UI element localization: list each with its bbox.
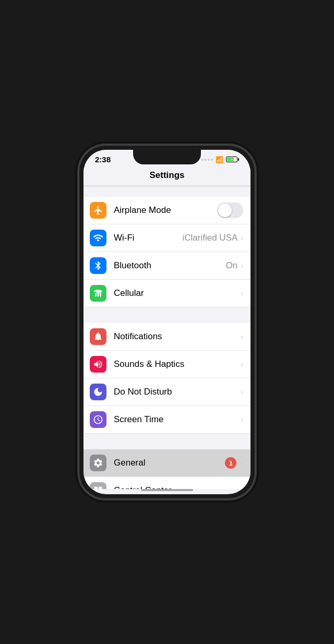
- svg-rect-7: [99, 487, 102, 490]
- dnd-icon: [90, 384, 106, 400]
- settings-list[interactable]: Airplane Mode Wi-Fi iClarified USA ›: [84, 186, 250, 489]
- page-title: Settings: [149, 170, 184, 180]
- settings-item-bluetooth[interactable]: Bluetooth On ›: [84, 252, 250, 280]
- sounds-chevron: ›: [241, 360, 243, 368]
- controlcenter-chevron: ›: [241, 486, 243, 489]
- signal-icon: [201, 159, 213, 161]
- time-display: 2:38: [95, 155, 111, 164]
- bluetooth-label: Bluetooth: [114, 260, 226, 271]
- general-badge: 1: [225, 457, 236, 469]
- wifi-icon: 📶: [216, 156, 223, 163]
- section-divider-2: [84, 434, 250, 449]
- svg-rect-6: [94, 487, 98, 490]
- cellular-label: Cellular: [114, 288, 241, 299]
- settings-item-controlcenter[interactable]: Control Center ›: [84, 477, 250, 489]
- phone-screen: 2:38 📶 ⚡ Settings: [84, 150, 250, 494]
- bluetooth-chevron: ›: [241, 261, 243, 270]
- settings-item-general[interactable]: General 1 ›: [84, 449, 250, 477]
- home-indicator: [141, 489, 193, 491]
- wifi-label: Wi-Fi: [114, 233, 183, 243]
- section-divider-1: [84, 307, 250, 323]
- cellular-chevron: ›: [241, 289, 243, 297]
- controlcenter-label: Control Center: [114, 485, 241, 489]
- toggle-knob: [218, 204, 232, 217]
- section-divider-top: [84, 186, 250, 197]
- settings-item-airplane-mode[interactable]: Airplane Mode: [84, 197, 250, 224]
- general-chevron: ›: [241, 459, 243, 467]
- screentime-chevron: ›: [241, 415, 243, 424]
- settings-item-notifications[interactable]: Notifications ›: [84, 323, 250, 351]
- notifications-chevron: ›: [241, 332, 243, 341]
- general-icon: [90, 455, 106, 471]
- settings-item-dnd[interactable]: Do Not Disturb ›: [84, 378, 250, 406]
- settings-item-screentime[interactable]: Screen Time ›: [84, 406, 250, 434]
- battery-icon: ⚡: [226, 157, 239, 162]
- sounds-icon: [90, 356, 106, 373]
- airplane-mode-icon: [90, 202, 106, 219]
- dnd-label: Do Not Disturb: [114, 387, 241, 397]
- wifi-settings-icon: [90, 230, 106, 246]
- svg-rect-5: [100, 292, 101, 297]
- dnd-chevron: ›: [241, 388, 243, 396]
- airplane-mode-label: Airplane Mode: [114, 205, 217, 216]
- notifications-label: Notifications: [114, 331, 241, 342]
- svg-rect-4: [98, 292, 99, 296]
- settings-item-wifi[interactable]: Wi-Fi iClarified USA ›: [84, 224, 250, 252]
- sounds-label: Sounds & Haptics: [114, 359, 241, 369]
- screentime-icon: [90, 411, 106, 428]
- airplane-mode-toggle[interactable]: [217, 202, 243, 218]
- cellular-icon: [90, 285, 106, 302]
- bluetooth-icon: [90, 257, 106, 274]
- settings-item-cellular[interactable]: Cellular ›: [84, 280, 250, 307]
- status-icons: 📶 ⚡: [201, 156, 239, 163]
- phone-shell: 2:38 📶 ⚡ Settings: [78, 145, 256, 499]
- wifi-chevron: ›: [241, 234, 243, 242]
- general-label: General: [114, 458, 225, 468]
- svg-rect-3: [95, 293, 97, 297]
- wifi-value: iClarified USA: [183, 233, 238, 243]
- notifications-icon: [90, 328, 106, 345]
- notch: [133, 150, 201, 164]
- nav-header: Settings: [84, 166, 250, 186]
- controlcenter-icon: [90, 482, 106, 489]
- settings-item-sounds[interactable]: Sounds & Haptics ›: [84, 351, 250, 378]
- bluetooth-value: On: [226, 260, 238, 271]
- screentime-label: Screen Time: [114, 414, 241, 425]
